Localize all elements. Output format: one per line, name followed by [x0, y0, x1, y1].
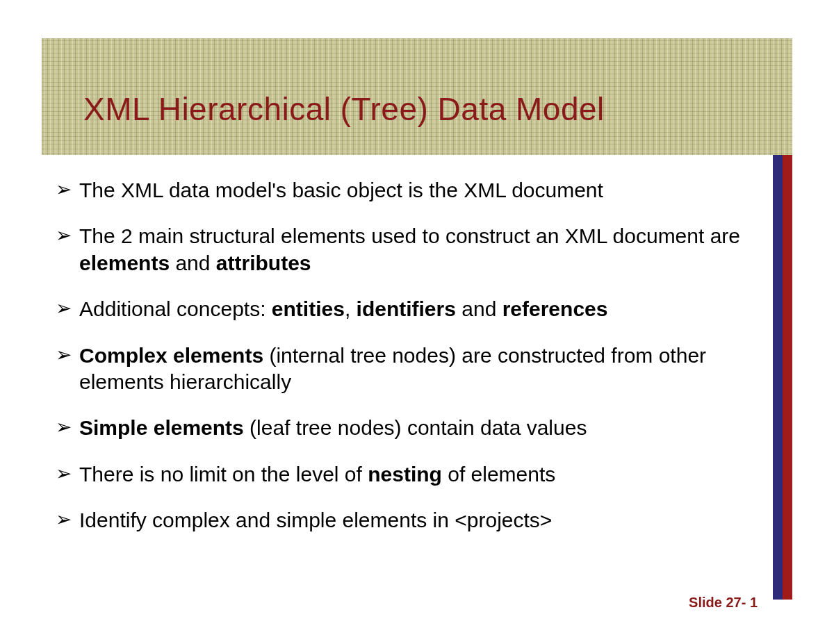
- bullet-item: There is no limit on the level of nestin…: [56, 461, 751, 488]
- slide-number: Slide 27- 1: [689, 595, 758, 611]
- bullet-item: Additional concepts: entities, identifie…: [56, 296, 751, 322]
- bullet-item: The 2 main structural elements used to c…: [56, 223, 751, 276]
- decorative-stripe: [773, 155, 792, 600]
- slide-title: XML Hierarchical (Tree) Data Model: [83, 90, 605, 128]
- bullet-item: The XML data model's basic object is the…: [56, 177, 751, 204]
- stripe-red: [783, 155, 792, 600]
- bullet-item: Simple elements (leaf tree nodes) contai…: [56, 415, 751, 441]
- bullet-list: The XML data model's basic object is the…: [56, 177, 751, 554]
- bullet-item: Identify complex and simple elements in …: [56, 507, 751, 534]
- stripe-blue: [773, 155, 783, 600]
- bullet-item: Complex elements (internal tree nodes) a…: [56, 342, 751, 396]
- slide: XML Hierarchical (Tree) Data Model The X…: [0, 0, 834, 644]
